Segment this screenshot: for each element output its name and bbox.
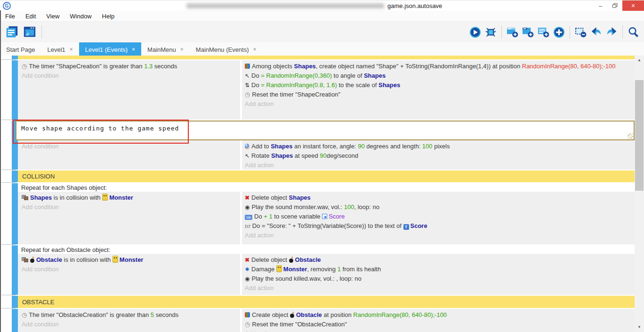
condition-line[interactable]: Shapes is in collision with Monster: [22, 193, 240, 202]
add-condition-button[interactable]: Add condition: [22, 142, 240, 151]
event-gutter: [0, 121, 12, 170]
tab-mainmenu-events[interactable]: MainMenu (Events)×: [190, 42, 263, 57]
timer-icon: ◷: [22, 310, 27, 320]
action-line[interactable]: Add to Shapes an instant force, angle: 9…: [245, 142, 635, 151]
tab-level1-events[interactable]: Level1 (Events)×: [79, 42, 141, 57]
tab-label: MainMenu (Events): [196, 46, 249, 53]
action-line[interactable]: ⇅Do = RandomInRange(0.8, 1.6) to the sca…: [245, 81, 635, 90]
comment-editor[interactable]: Move shape according to the game speed: [16, 121, 635, 140]
editor-icon[interactable]: [23, 25, 37, 39]
group-header-partial: [0, 56, 635, 59]
conditions-column: Shapes is in collision with MonsterAdd c…: [18, 192, 240, 244]
resize-grip-icon[interactable]: [628, 133, 633, 139]
text-segment: , create object named "Shape" + ToString…: [316, 63, 522, 70]
conditions-column: Obstacle is in collision with MonsterAdd…: [18, 254, 240, 295]
restore-icon: [612, 3, 618, 8]
group-header-strip[interactable]: [18, 56, 635, 59]
tab-close-icon[interactable]: ×: [180, 46, 184, 53]
restore-button[interactable]: [608, 0, 622, 11]
add-action-button[interactable]: Add action: [245, 283, 635, 293]
minimize-button[interactable]: –: [593, 0, 608, 11]
action-line[interactable]: ✖Delete object Obstacle: [245, 255, 635, 265]
action-line[interactable]: ◉Play the sound monster.wav, vol.: 100, …: [245, 202, 635, 212]
action-line[interactable]: ◉Play the sound killed.wav, vol.: , loop…: [245, 274, 635, 283]
tab-close-icon[interactable]: ×: [132, 46, 135, 53]
condition-line[interactable]: ◷The timer "ShapeCreation" is greater th…: [22, 62, 240, 71]
menu-help[interactable]: Help: [97, 13, 120, 20]
condition-line[interactable]: Obstacle is in collision with Monster: [22, 255, 240, 265]
tab-close-icon[interactable]: ×: [70, 46, 73, 53]
close-button[interactable]: ×: [622, 0, 644, 11]
text-segment: RandomInRange(80, 640-80);-100: [522, 63, 616, 70]
menu-view[interactable]: View: [41, 13, 64, 20]
group-label[interactable]: OBSTACLE: [18, 296, 635, 308]
action-line[interactable]: ↖Rotate Shapes at speed 90deg/second: [245, 151, 635, 161]
window-border: [0, 10, 1, 332]
toolbar: [0, 22, 644, 42]
action-line[interactable]: VarDo + 1 to scene variable Score: [245, 212, 635, 221]
redo-icon[interactable]: [606, 26, 618, 38]
menu-file[interactable]: File: [0, 13, 20, 20]
projects-icon[interactable]: [5, 25, 19, 39]
add-condition-button[interactable]: Add condition: [22, 265, 240, 274]
comment-text[interactable]: Move shape according to the game speed: [16, 121, 634, 132]
text-segment: Shapes: [271, 143, 292, 150]
text-segment: seconds: [153, 63, 177, 70]
action-line[interactable]: txtDo = "Score: " + ToString(Variable(Sc…: [245, 221, 635, 231]
event-selection-bar[interactable]: [12, 56, 18, 59]
add-action-button[interactable]: Add action: [245, 231, 635, 240]
collision-icon: [22, 257, 28, 262]
action-line[interactable]: ✸Damage Monster, removing 1 from its hea…: [245, 265, 635, 274]
repeat-event-header[interactable]: Repeat for each Obstacle object:: [18, 245, 635, 254]
vertical-scrollbar[interactable]: ▲ ▼: [635, 56, 644, 332]
menu-edit[interactable]: Edit: [20, 13, 41, 20]
repeat-event-header[interactable]: Repeat for each Shapes object:: [18, 183, 635, 192]
add-action-button[interactable]: Add action: [245, 161, 635, 170]
event-body: Repeat for each Shapes object:Shapes is …: [18, 183, 635, 244]
tab-start-page[interactable]: Start Page: [0, 42, 41, 57]
event-selection-bar[interactable]: [12, 170, 18, 182]
add-action-button[interactable]: Add action: [245, 99, 635, 109]
undo-icon[interactable]: [590, 26, 602, 38]
event-selection-bar[interactable]: [12, 309, 18, 332]
text-segment: at position: [322, 311, 354, 318]
condition-line[interactable]: ◷The timer "ObstacleCreation" is greater…: [22, 310, 240, 320]
add-condition-button[interactable]: Add condition: [22, 202, 240, 212]
add-event-icon[interactable]: [507, 26, 518, 38]
event-selection-bar[interactable]: [12, 296, 18, 308]
debug-icon[interactable]: [485, 26, 497, 38]
action-line[interactable]: Create object Obstacle at position Rando…: [245, 310, 635, 320]
action-line[interactable]: Among objects Shapes, create object name…: [245, 62, 635, 71]
menu-window[interactable]: Window: [64, 13, 97, 20]
event-selection-bar[interactable]: [12, 60, 18, 120]
add-condition-button[interactable]: Add condition: [22, 320, 240, 329]
tab-mainmenu[interactable]: MainMenu×: [141, 42, 190, 57]
scrollbar-thumb[interactable]: [635, 80, 644, 191]
tab-level1[interactable]: Level1×: [41, 42, 79, 57]
event-selection-bar[interactable]: [12, 245, 18, 295]
event-columns: ◷The timer "ObstacleCreation" is greater…: [18, 309, 635, 332]
add-action-button[interactable]: Add action: [245, 329, 635, 332]
play-icon[interactable]: [469, 26, 481, 38]
action-line[interactable]: ↖Do = RandomInRange(0,360) to angle of S…: [245, 71, 635, 81]
text-segment: Play the sound killed.wav, vol.: , loop:…: [251, 275, 361, 282]
remove-event-icon[interactable]: [575, 26, 587, 38]
tab-label: Start Page: [6, 46, 35, 53]
tab-close-icon[interactable]: ×: [253, 46, 257, 53]
add-condition-button[interactable]: Add condition: [22, 71, 240, 81]
action-line[interactable]: ◷Reset the timer "ObstacleCreation": [245, 320, 635, 329]
event-selection-bar[interactable]: [12, 183, 18, 244]
scroll-up-arrow[interactable]: ▲: [635, 57, 644, 64]
event-row: ◷The timer "ObstacleCreation" is greater…: [0, 309, 635, 332]
action-line[interactable]: ✖Delete object Shapes: [245, 193, 635, 202]
scroll-down-arrow[interactable]: ▼: [635, 324, 644, 331]
add-new-icon[interactable]: [553, 26, 565, 38]
event-sheet: ◷The timer "ShapeCreation" is greater th…: [0, 56, 635, 332]
action-line[interactable]: ◷Reset the timer "ShapeCreation": [245, 90, 635, 99]
add-comment-icon[interactable]: [538, 26, 549, 38]
gdevelop-logo-icon: G: [3, 2, 11, 10]
group-label[interactable]: COLLISION: [18, 170, 635, 182]
search-icon[interactable]: [628, 26, 639, 38]
add-subevent-icon[interactable]: [522, 26, 534, 38]
text-segment: Play the sound monster.wav, vol.:: [251, 203, 344, 211]
